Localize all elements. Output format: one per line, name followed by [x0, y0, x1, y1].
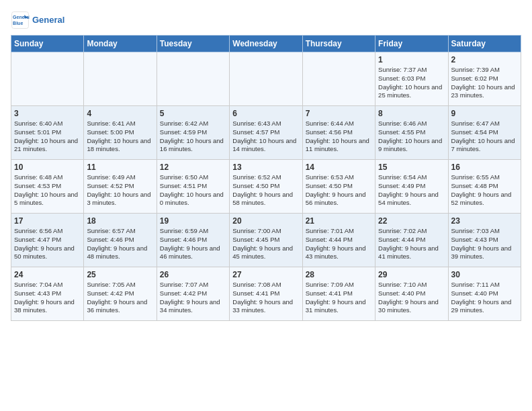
day-info: Sunrise: 7:00 AM Sunset: 4:45 PM Dayligh…	[232, 227, 299, 261]
day-number: 30	[451, 270, 518, 279]
calendar-cell: 26Sunrise: 7:07 AM Sunset: 4:42 PM Dayli…	[157, 267, 229, 321]
calendar-cell: 29Sunrise: 7:10 AM Sunset: 4:40 PM Dayli…	[375, 267, 448, 321]
calendar-cell: 23Sunrise: 7:03 AM Sunset: 4:43 PM Dayli…	[448, 214, 521, 267]
calendar-cell: 27Sunrise: 7:08 AM Sunset: 4:41 PM Dayli…	[230, 267, 302, 321]
calendar-week-1: 1Sunrise: 7:37 AM Sunset: 6:03 PM Daylig…	[11, 52, 521, 106]
day-number: 5	[160, 109, 226, 118]
day-number: 19	[160, 216, 226, 226]
day-number: 18	[87, 216, 153, 226]
day-header-wednesday: Wednesday	[230, 36, 302, 52]
day-number: 10	[14, 163, 81, 172]
day-number: 20	[232, 216, 299, 226]
calendar-cell: 21Sunrise: 7:01 AM Sunset: 4:44 PM Dayli…	[302, 214, 375, 267]
day-info: Sunrise: 6:52 AM Sunset: 4:50 PM Dayligh…	[232, 173, 299, 208]
calendar-cell	[11, 52, 84, 106]
calendar-cell	[302, 52, 375, 106]
day-header-saturday: Saturday	[448, 36, 521, 52]
day-number: 16	[451, 163, 518, 172]
calendar-cell: 7Sunrise: 6:44 AM Sunset: 4:56 PM Daylig…	[302, 106, 375, 160]
calendar-cell: 24Sunrise: 7:04 AM Sunset: 4:43 PM Dayli…	[11, 267, 84, 321]
calendar-cell: 25Sunrise: 7:05 AM Sunset: 4:42 PM Dayli…	[84, 267, 157, 321]
calendar-week-2: 3Sunrise: 6:40 AM Sunset: 5:01 PM Daylig…	[11, 106, 521, 160]
day-info: Sunrise: 6:40 AM Sunset: 5:01 PM Dayligh…	[14, 120, 81, 154]
day-info: Sunrise: 6:44 AM Sunset: 4:56 PM Dayligh…	[306, 120, 372, 154]
calendar-cell: 6Sunrise: 6:43 AM Sunset: 4:57 PM Daylig…	[230, 106, 302, 160]
calendar-cell: 14Sunrise: 6:53 AM Sunset: 4:50 PM Dayli…	[302, 160, 375, 214]
calendar-cell: 15Sunrise: 6:54 AM Sunset: 4:49 PM Dayli…	[375, 160, 448, 214]
day-number: 11	[87, 163, 153, 172]
calendar-cell: 11Sunrise: 6:49 AM Sunset: 4:52 PM Dayli…	[84, 160, 157, 214]
day-info: Sunrise: 6:56 AM Sunset: 4:47 PM Dayligh…	[14, 227, 81, 261]
logo-icon: General Blue	[11, 11, 30, 30]
calendar-cell: 1Sunrise: 7:37 AM Sunset: 6:03 PM Daylig…	[375, 52, 448, 106]
logo: General Blue General	[11, 11, 64, 30]
page-header: General Blue General	[11, 11, 521, 30]
calendar-cell: 19Sunrise: 6:59 AM Sunset: 4:46 PM Dayli…	[157, 214, 229, 267]
day-info: Sunrise: 6:49 AM Sunset: 4:52 PM Dayligh…	[87, 173, 153, 208]
day-header-sunday: Sunday	[11, 36, 84, 52]
day-info: Sunrise: 6:48 AM Sunset: 4:53 PM Dayligh…	[14, 173, 81, 208]
calendar-cell: 12Sunrise: 6:50 AM Sunset: 4:51 PM Dayli…	[157, 160, 229, 214]
calendar-week-3: 10Sunrise: 6:48 AM Sunset: 4:53 PM Dayli…	[11, 160, 521, 214]
calendar-cell	[230, 52, 302, 106]
day-info: Sunrise: 7:02 AM Sunset: 4:44 PM Dayligh…	[378, 227, 445, 261]
calendar-table: SundayMondayTuesdayWednesdayThursdayFrid…	[11, 35, 521, 321]
day-info: Sunrise: 7:10 AM Sunset: 4:40 PM Dayligh…	[378, 281, 445, 315]
calendar-cell: 16Sunrise: 6:55 AM Sunset: 4:48 PM Dayli…	[448, 160, 521, 214]
day-header-thursday: Thursday	[302, 36, 375, 52]
day-number: 22	[378, 216, 445, 226]
calendar-cell: 4Sunrise: 6:41 AM Sunset: 5:00 PM Daylig…	[84, 106, 157, 160]
day-info: Sunrise: 6:50 AM Sunset: 4:51 PM Dayligh…	[160, 173, 226, 208]
calendar-cell	[157, 52, 229, 106]
calendar-cell: 9Sunrise: 6:47 AM Sunset: 4:54 PM Daylig…	[448, 106, 521, 160]
day-number: 9	[451, 109, 518, 118]
calendar-week-4: 17Sunrise: 6:56 AM Sunset: 4:47 PM Dayli…	[11, 214, 521, 267]
day-number: 2	[451, 55, 518, 64]
day-number: 21	[306, 216, 372, 226]
day-info: Sunrise: 6:59 AM Sunset: 4:46 PM Dayligh…	[160, 227, 226, 261]
day-number: 17	[14, 216, 81, 226]
day-info: Sunrise: 7:01 AM Sunset: 4:44 PM Dayligh…	[306, 227, 372, 261]
svg-rect-0	[12, 12, 29, 29]
day-info: Sunrise: 7:37 AM Sunset: 6:03 PM Dayligh…	[378, 66, 445, 100]
calendar-cell: 28Sunrise: 7:09 AM Sunset: 4:41 PM Dayli…	[302, 267, 375, 321]
day-info: Sunrise: 7:08 AM Sunset: 4:41 PM Dayligh…	[232, 281, 299, 315]
calendar-week-5: 24Sunrise: 7:04 AM Sunset: 4:43 PM Dayli…	[11, 267, 521, 321]
day-number: 3	[14, 109, 81, 118]
day-info: Sunrise: 7:07 AM Sunset: 4:42 PM Dayligh…	[160, 281, 226, 315]
day-number: 23	[451, 216, 518, 226]
day-header-friday: Friday	[375, 36, 448, 52]
calendar-cell	[84, 52, 157, 106]
day-info: Sunrise: 6:55 AM Sunset: 4:48 PM Dayligh…	[451, 173, 518, 208]
day-number: 27	[232, 270, 299, 279]
day-number: 26	[160, 270, 226, 279]
day-info: Sunrise: 7:05 AM Sunset: 4:42 PM Dayligh…	[87, 281, 153, 315]
day-info: Sunrise: 6:41 AM Sunset: 5:00 PM Dayligh…	[87, 120, 153, 154]
calendar-cell: 30Sunrise: 7:11 AM Sunset: 4:40 PM Dayli…	[448, 267, 521, 321]
day-info: Sunrise: 6:47 AM Sunset: 4:54 PM Dayligh…	[451, 120, 518, 154]
day-number: 12	[160, 163, 226, 172]
day-number: 4	[87, 109, 153, 118]
calendar-cell: 13Sunrise: 6:52 AM Sunset: 4:50 PM Dayli…	[230, 160, 302, 214]
logo-text: General	[32, 15, 64, 26]
day-info: Sunrise: 6:54 AM Sunset: 4:49 PM Dayligh…	[378, 173, 445, 208]
day-number: 6	[232, 109, 299, 118]
calendar-cell: 3Sunrise: 6:40 AM Sunset: 5:01 PM Daylig…	[11, 106, 84, 160]
calendar-header-row: SundayMondayTuesdayWednesdayThursdayFrid…	[11, 36, 521, 52]
day-info: Sunrise: 7:03 AM Sunset: 4:43 PM Dayligh…	[451, 227, 518, 261]
day-info: Sunrise: 6:42 AM Sunset: 4:59 PM Dayligh…	[160, 120, 226, 154]
svg-text:Blue: Blue	[13, 21, 23, 26]
day-number: 13	[232, 163, 299, 172]
day-number: 14	[306, 163, 372, 172]
day-number: 25	[87, 270, 153, 279]
calendar-cell: 20Sunrise: 7:00 AM Sunset: 4:45 PM Dayli…	[230, 214, 302, 267]
day-info: Sunrise: 6:46 AM Sunset: 4:55 PM Dayligh…	[378, 120, 445, 154]
day-number: 15	[378, 163, 445, 172]
day-number: 1	[378, 55, 445, 64]
day-number: 28	[306, 270, 372, 279]
day-info: Sunrise: 7:39 AM Sunset: 6:02 PM Dayligh…	[451, 66, 518, 100]
day-info: Sunrise: 7:09 AM Sunset: 4:41 PM Dayligh…	[306, 281, 372, 315]
day-number: 29	[378, 270, 445, 279]
calendar-body: 1Sunrise: 7:37 AM Sunset: 6:03 PM Daylig…	[11, 52, 521, 321]
day-number: 7	[306, 109, 372, 118]
